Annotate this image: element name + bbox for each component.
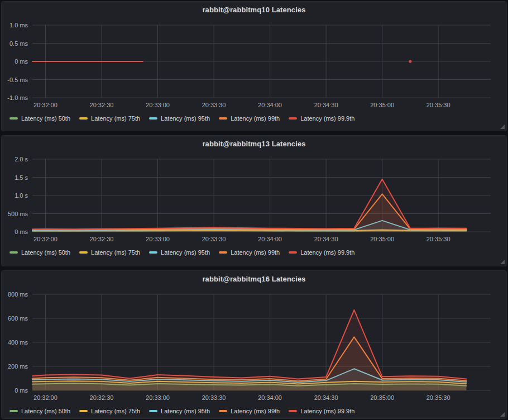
x-axis-tick-label: 20:32:30 [90, 236, 114, 242]
y-axis-tick-label: 200 ms [8, 363, 28, 370]
x-axis-tick-label: 20:32:00 [33, 236, 57, 242]
legend-label: Latency (ms) 99th [231, 115, 280, 122]
legend-swatch-icon [9, 410, 18, 412]
x-axis-tick-label: 20:34:30 [314, 394, 338, 401]
x-axis-tick-label: 20:34:00 [258, 236, 282, 242]
x-axis-tick-label: 20:33:30 [202, 236, 226, 242]
x-axis-tick-label: 20:35:00 [370, 236, 394, 242]
panel-resize-handle-icon[interactable] [500, 260, 505, 264]
legend-item[interactable]: Latency (ms) 95th [149, 249, 210, 256]
legend-item[interactable]: Latency (ms) 50th [9, 115, 70, 122]
legend-swatch-icon [289, 410, 297, 412]
y-axis-tick-label: -1.0 ms [7, 94, 28, 101]
panel-title[interactable]: rabbit@rabbitmq16 Latencies [2, 271, 506, 288]
legend-swatch-icon [219, 410, 227, 412]
legend-label: Latency (ms) 99.9th [300, 408, 354, 414]
x-axis-tick-label: 20:32:00 [33, 394, 57, 401]
y-axis-tick-label: 0 ms [15, 58, 28, 65]
legend-item[interactable]: Latency (ms) 99th [219, 408, 280, 414]
legend-item[interactable]: Latency (ms) 99th [219, 115, 280, 122]
legend-item[interactable]: Latency (ms) 99.9th [289, 408, 354, 414]
latency-chart-rabbitmq10: 1.0 ms0.5 ms0 ms-0.5 ms-1.0 ms20:32:0020… [2, 18, 506, 111]
y-axis-tick-label: 400 ms [8, 339, 28, 346]
legend-item[interactable]: Latency (ms) 99.9th [289, 249, 354, 256]
panel-title[interactable]: rabbit@rabbitmq13 Latencies [2, 136, 506, 152]
panel-rabbitmq16-latencies: rabbit@rabbitmq16 Latencies 800 ms600 ms… [1, 270, 507, 419]
legend-item[interactable]: Latency (ms) 75th [79, 115, 140, 122]
legend-item[interactable]: Latency (ms) 50th [9, 408, 70, 414]
panel-rabbitmq13-latencies: rabbit@rabbitmq13 Latencies 2.0 s1.5 s1.… [1, 135, 507, 266]
y-axis-tick-label: 0 ms [15, 387, 28, 394]
panel-resize-handle-icon[interactable] [500, 412, 505, 417]
legend-swatch-icon [149, 410, 157, 412]
series-area-fill [32, 179, 466, 232]
legend-label: Latency (ms) 50th [21, 249, 70, 256]
x-axis-tick-label: 20:34:30 [314, 236, 338, 242]
legend-swatch-icon [149, 117, 157, 120]
x-axis-tick-label: 20:33:00 [146, 236, 170, 242]
series-area-fill [32, 310, 466, 390]
x-axis-tick-label: 20:34:00 [258, 102, 282, 108]
legend-swatch-icon [219, 117, 227, 120]
x-axis-tick-label: 20:33:00 [146, 394, 170, 401]
x-axis-tick-label: 20:35:30 [426, 394, 451, 401]
x-axis-tick-label: 20:32:00 [33, 102, 57, 108]
legend-swatch-icon [79, 251, 88, 254]
y-axis-tick-label: 1.0 ms [9, 22, 28, 28]
legend-swatch-icon [79, 410, 88, 412]
panel-resize-handle-icon[interactable] [500, 125, 505, 129]
legend-label: Latency (ms) 95th [161, 249, 210, 256]
legend-item[interactable]: Latency (ms) 99.9th [289, 115, 354, 122]
legend-swatch-icon [219, 251, 227, 254]
y-axis-tick-label: 800 ms [8, 291, 28, 298]
chart-canvas: 2.0 s1.5 s1.0 s500 ms0 ms20:32:0020:32:3… [2, 152, 506, 245]
chart-legend: Latency (ms) 50thLatency (ms) 75thLatenc… [2, 111, 506, 126]
x-axis-tick-label: 20:35:00 [370, 102, 394, 108]
y-axis-tick-label: 1.5 s [15, 174, 28, 181]
legend-item[interactable]: Latency (ms) 95th [149, 408, 210, 414]
y-axis-tick-label: 0 ms [15, 228, 28, 235]
x-axis-tick-label: 20:32:30 [90, 102, 114, 108]
x-axis-tick-label: 20:33:00 [146, 102, 170, 108]
series-point [409, 60, 411, 63]
y-axis-tick-label: 2.0 s [15, 156, 28, 163]
legend-swatch-icon [9, 251, 18, 254]
legend-label: Latency (ms) 99.9th [300, 115, 354, 122]
x-axis-tick-label: 20:34:30 [314, 102, 338, 108]
legend-label: Latency (ms) 99th [231, 249, 280, 256]
legend-swatch-icon [289, 251, 297, 254]
legend-label: Latency (ms) 75th [91, 249, 140, 256]
legend-label: Latency (ms) 95th [161, 408, 210, 414]
chart-legend: Latency (ms) 50thLatency (ms) 75thLatenc… [2, 245, 506, 260]
panel-rabbitmq10-latencies: rabbit@rabbitmq10 Latencies 1.0 ms0.5 ms… [1, 1, 507, 131]
legend-label: Latency (ms) 99.9th [300, 249, 354, 256]
legend-label: Latency (ms) 75th [91, 408, 140, 414]
chart-canvas: 800 ms600 ms400 ms200 ms0 ms20:32:0020:3… [2, 288, 506, 404]
x-axis-tick-label: 20:35:30 [426, 102, 451, 108]
legend-item[interactable]: Latency (ms) 95th [149, 115, 210, 122]
chart-canvas: 1.0 ms0.5 ms0 ms-0.5 ms-1.0 ms20:32:0020… [2, 18, 506, 111]
x-axis-tick-label: 20:32:30 [90, 394, 114, 401]
legend-item[interactable]: Latency (ms) 75th [79, 249, 140, 256]
y-axis-tick-label: 600 ms [8, 315, 28, 322]
latency-chart-rabbitmq16: 800 ms600 ms400 ms200 ms0 ms20:32:0020:3… [2, 288, 506, 404]
legend-label: Latency (ms) 99th [231, 408, 280, 414]
legend-label: Latency (ms) 50th [21, 115, 70, 122]
legend-item[interactable]: Latency (ms) 50th [9, 249, 70, 256]
y-axis-tick-label: -0.5 ms [7, 77, 28, 83]
x-axis-tick-label: 20:33:30 [202, 102, 226, 108]
legend-item[interactable]: Latency (ms) 75th [79, 408, 140, 414]
x-axis-tick-label: 20:34:00 [258, 394, 282, 401]
legend-swatch-icon [149, 251, 157, 254]
legend-swatch-icon [79, 117, 88, 120]
x-axis-tick-label: 20:35:30 [426, 236, 451, 242]
panel-title[interactable]: rabbit@rabbitmq10 Latencies [2, 2, 506, 18]
chart-legend: Latency (ms) 50thLatency (ms) 75thLatenc… [2, 404, 506, 418]
legend-label: Latency (ms) 50th [21, 408, 70, 414]
legend-item[interactable]: Latency (ms) 99th [219, 249, 280, 256]
x-axis-tick-label: 20:35:00 [370, 394, 394, 401]
y-axis-tick-label: 500 ms [8, 211, 28, 217]
series-line [32, 310, 466, 379]
legend-label: Latency (ms) 75th [91, 115, 140, 122]
y-axis-tick-label: 1.0 s [15, 192, 28, 199]
